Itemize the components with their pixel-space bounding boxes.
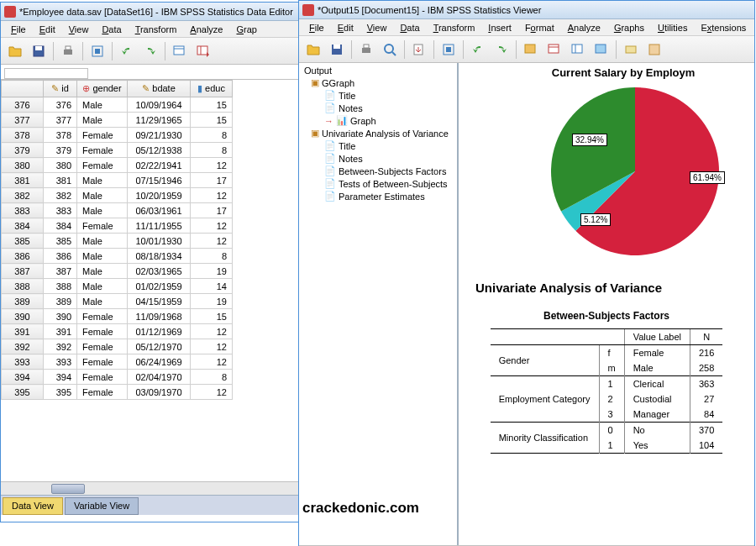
svg-rect-22	[572, 45, 582, 53]
save-button[interactable]	[326, 39, 348, 60]
table-row[interactable]: 381381Male07/15/194617	[2, 173, 233, 188]
table-row[interactable]: 386386Male08/18/19348	[2, 249, 233, 264]
tree-parameter-estimates[interactable]: 📄 Parameter Estimates	[301, 190, 455, 202]
table-row[interactable]: 390390Female11/09/196815	[2, 309, 233, 324]
menu-graphs[interactable]: Grap	[229, 24, 263, 34]
cell-editor-input[interactable]	[4, 68, 88, 79]
table-row[interactable]: 392392Female05/12/197012	[2, 339, 233, 354]
pie-label-custodial: 5.12%	[580, 213, 611, 226]
tree-ggraph[interactable]: ▣ GGraph	[301, 76, 455, 89]
table-row[interactable]: 379379Female05/12/19388	[2, 143, 233, 158]
menu-insert[interactable]: Insert	[481, 23, 518, 33]
menu-analyze[interactable]: Analyze	[561, 23, 607, 33]
menu-data[interactable]: Data	[393, 23, 426, 33]
svg-rect-12	[362, 48, 370, 53]
redo-button[interactable]	[491, 39, 512, 60]
print-preview-button[interactable]	[379, 39, 401, 60]
output-tree[interactable]: Output ▣ GGraph 📄 Title 📄 Notes →📊 Graph…	[299, 63, 459, 545]
goto-case-button[interactable]	[543, 39, 565, 60]
column-header-educ[interactable]: ▮ educ	[191, 81, 233, 97]
menu-file[interactable]: File	[4, 24, 33, 34]
data-editor-window: *Employee data.sav [DataSet16] - IBM SPS…	[0, 2, 302, 522]
svg-rect-3	[66, 46, 71, 50]
table-row[interactable]: 384384Female11/11/195512	[2, 218, 233, 234]
tab-variable-view[interactable]: Variable View	[65, 497, 139, 515]
open-file-button[interactable]	[4, 40, 26, 62]
export-button[interactable]	[408, 39, 430, 60]
viewer-title: *Output15 [Document15] - IBM SPSS Statis…	[318, 5, 541, 15]
output-content-pane[interactable]: Current Salary by Employm 32.94% 61.94% …	[459, 63, 754, 545]
table-row[interactable]: 377377Male11/29/196515	[2, 113, 233, 128]
tree-univ-title[interactable]: 📄 Title	[301, 139, 455, 152]
menu-format[interactable]: Format	[518, 23, 561, 33]
redo-button[interactable]	[139, 40, 161, 62]
menu-transform[interactable]: Transform	[427, 23, 482, 33]
factors-table: Value LabelN GenderfFemale216 mMale258 E…	[491, 328, 723, 454]
table-row[interactable]: 388388Male01/02/195914	[2, 279, 233, 294]
table-row[interactable]: 383383Male06/03/196117	[2, 203, 233, 218]
menu-transform[interactable]: Transform	[129, 24, 184, 34]
recall-dialog-button[interactable]	[438, 39, 459, 60]
menu-file[interactable]: File	[302, 23, 331, 33]
horizontal-scrollbar[interactable]	[1, 481, 302, 495]
svg-rect-18	[446, 47, 451, 52]
menu-view[interactable]: View	[360, 23, 394, 33]
save-button[interactable]	[28, 40, 50, 62]
viewer-titlebar[interactable]: *Output15 [Document15] - IBM SPSS Statis…	[299, 1, 754, 19]
table-row[interactable]: 380380Female02/22/194112	[2, 158, 233, 173]
menu-edit[interactable]: Edit	[331, 23, 360, 33]
chart-title: Current Salary by Employm	[459, 63, 754, 79]
print-button[interactable]	[57, 40, 79, 62]
data-grid[interactable]: ✎ id ⊕ gender ✎ bdate ▮ educ 376376Male1…	[1, 80, 302, 481]
goto-variable-button[interactable]	[567, 39, 589, 60]
tree-output-root[interactable]: Output	[301, 65, 455, 76]
table-row[interactable]: 376376Male10/09/196415	[2, 97, 233, 113]
menu-analyze[interactable]: Analyze	[183, 24, 229, 34]
goto-data-button[interactable]	[520, 39, 542, 60]
table-row[interactable]: 394394Female02/04/19708	[2, 370, 233, 385]
output-viewer-window: *Output15 [Document15] - IBM SPSS Statis…	[298, 0, 755, 546]
menu-data[interactable]: Data	[95, 24, 128, 34]
menu-edit[interactable]: Edit	[33, 24, 62, 34]
svg-rect-2	[64, 50, 72, 55]
table-row[interactable]: 382382Male10/20/195912	[2, 188, 233, 203]
menu-graphs[interactable]: Graphs	[607, 23, 651, 33]
variables-button[interactable]	[591, 39, 612, 60]
menu-view[interactable]: View	[62, 24, 96, 34]
tree-univariate[interactable]: ▣ Univariate Analysis of Variance	[301, 127, 455, 139]
tree-tests-between[interactable]: 📄 Tests of Between-Subjects	[301, 177, 455, 190]
tab-data-view[interactable]: Data View	[3, 497, 63, 515]
print-button[interactable]	[355, 39, 377, 60]
svg-rect-1	[35, 46, 42, 50]
undo-button[interactable]	[467, 39, 489, 60]
tree-between-subjects[interactable]: 📄 Between-Subjects Factors	[301, 165, 455, 177]
svg-rect-5	[95, 49, 100, 54]
column-header-gender[interactable]: ⊕ gender	[77, 81, 128, 97]
undo-button[interactable]	[116, 40, 138, 62]
viewer-menubar: File Edit View Data Transform Insert For…	[299, 19, 754, 36]
table-row[interactable]: 378378Female09/21/19308	[2, 128, 233, 143]
table-row[interactable]: 393393Female06/24/196912	[2, 354, 233, 370]
goto-variable-button[interactable]	[192, 40, 214, 62]
menu-utilities[interactable]: Utilities	[651, 23, 694, 33]
column-header-bdate[interactable]: ✎ bdate	[128, 81, 191, 97]
designate-button[interactable]	[643, 39, 665, 60]
tree-ggraph-notes[interactable]: 📄 Notes	[301, 102, 455, 114]
table-row[interactable]: 389389Male04/15/195919	[2, 294, 233, 309]
factor-minority: Minority Classification	[491, 423, 599, 454]
recall-dialog-button[interactable]	[87, 40, 108, 62]
table-row[interactable]: 387387Male02/03/196519	[2, 264, 233, 279]
column-header-id[interactable]: ✎ id	[44, 81, 77, 97]
table-row[interactable]: 391391Female01/12/196912	[2, 324, 233, 339]
tree-ggraph-graph[interactable]: →📊 Graph	[301, 114, 455, 127]
tree-univ-notes[interactable]: 📄 Notes	[301, 152, 455, 165]
table-row[interactable]: 395395Female03/09/197012	[2, 385, 233, 400]
goto-case-button[interactable]	[169, 40, 191, 62]
menu-extensions[interactable]: Extensions	[694, 23, 753, 33]
pie-chart: 32.94% 61.94% 5.12%	[526, 79, 727, 264]
data-editor-titlebar[interactable]: *Employee data.sav [DataSet16] - IBM SPS…	[1, 3, 302, 21]
table-row[interactable]: 385385Male10/01/193012	[2, 234, 233, 249]
tree-ggraph-title[interactable]: 📄 Title	[301, 89, 455, 102]
open-file-button[interactable]	[302, 39, 324, 60]
select-last-button[interactable]	[620, 39, 642, 60]
